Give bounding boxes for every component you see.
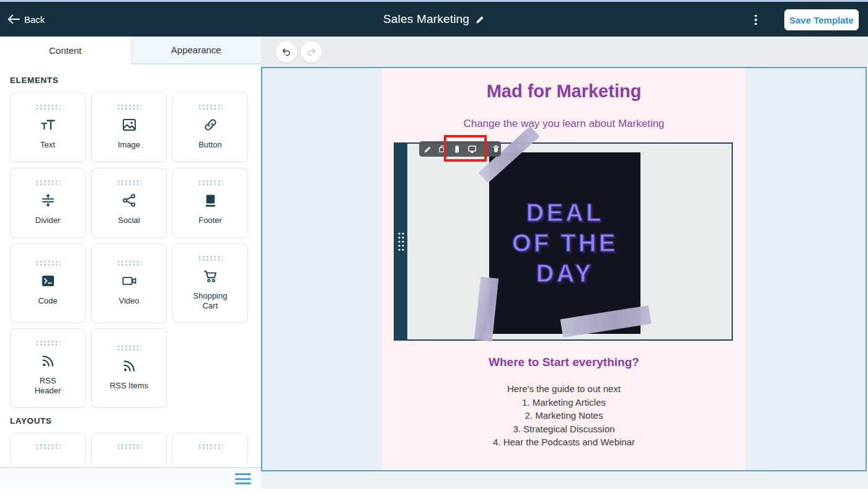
page-title: Sales Marketing <box>383 12 469 26</box>
redo-icon <box>306 46 317 58</box>
poster-text-line: DEAL <box>526 198 604 228</box>
email-body-line: Here's the guide to out next <box>382 382 746 396</box>
deal-poster-image: DEAL OF THE DAY <box>489 152 640 334</box>
drag-handle-icon[interactable] <box>397 232 405 251</box>
layout-card[interactable] <box>91 433 167 463</box>
trash-icon[interactable] <box>492 144 500 154</box>
title-wrap: Sales Marketing <box>0 2 868 37</box>
undo-icon <box>281 46 292 58</box>
save-template-button[interactable]: Save Template <box>784 9 859 30</box>
button-link-icon <box>202 116 219 133</box>
edit-pencil-icon[interactable] <box>476 15 485 24</box>
footer-icon <box>202 192 219 209</box>
selected-image-block[interactable]: DEAL OF THE DAY <box>394 142 733 341</box>
layout-card[interactable] <box>172 433 248 463</box>
rss-icon <box>40 352 56 369</box>
element-label: Footer <box>198 216 222 225</box>
elements-header: ELEMENTS <box>10 76 261 85</box>
rss-icon <box>121 357 138 374</box>
drag-dots-icon <box>117 180 141 185</box>
element-label: Social <box>118 216 140 225</box>
element-label: Button <box>198 140 222 150</box>
panel-footer-bar <box>0 467 261 489</box>
drag-dots-icon <box>198 443 223 449</box>
layouts-row-1 <box>10 433 261 463</box>
poster-text-line: OF THE <box>512 228 618 258</box>
elements-row-1: Text Image Button <box>10 92 261 162</box>
element-card-text[interactable]: Text <box>10 92 86 162</box>
app-window: Back Sales Marketing Save Template Conte… <box>0 0 868 498</box>
element-label: Divider <box>35 216 60 225</box>
shopping-cart-icon <box>202 268 219 284</box>
elements-panel: ELEMENTS Text Image Button Div <box>0 64 261 467</box>
undo-button[interactable] <box>276 42 297 63</box>
block-drag-strip[interactable] <box>395 144 407 339</box>
element-card-button[interactable]: Button <box>172 92 248 162</box>
drag-dots-icon <box>35 443 60 449</box>
divider-icon <box>40 192 56 209</box>
element-card-video[interactable]: Video <box>91 243 167 323</box>
element-card-rss-header[interactable]: RSS Header <box>10 328 86 408</box>
back-button[interactable]: Back <box>7 14 45 25</box>
element-card-rss-items[interactable]: RSS Items <box>91 328 167 408</box>
element-label: Video <box>118 296 139 306</box>
element-card-code[interactable]: Code <box>10 243 86 323</box>
history-toolbar <box>261 37 868 67</box>
redo-button[interactable] <box>301 42 322 63</box>
email-body[interactable]: Mad for Marketing Change the way you lea… <box>382 68 746 470</box>
layouts-header: LAYOUTS <box>10 416 261 426</box>
layout-card[interactable] <box>10 433 86 463</box>
drag-dots-icon <box>198 180 223 185</box>
element-label: RSS Header <box>26 376 69 396</box>
drag-dots-icon <box>35 104 60 110</box>
email-body-line: 4. Hear the Podcasts and Webinar <box>382 435 746 449</box>
email-body-text[interactable]: Here's the guide to out next 1. Marketin… <box>382 382 746 449</box>
workspace-lower-strip <box>261 471 868 489</box>
drag-dots-icon <box>117 260 141 266</box>
drag-dots-icon <box>117 443 141 449</box>
element-card-image[interactable]: Image <box>91 92 167 162</box>
drag-dots-icon <box>198 255 223 261</box>
elements-row-4: RSS Header RSS Items <box>10 328 261 408</box>
element-label: RSS Items <box>110 381 148 391</box>
kebab-menu-icon[interactable] <box>750 12 761 28</box>
back-arrow-icon <box>7 14 20 24</box>
email-canvas[interactable]: Mad for Marketing Change the way you lea… <box>261 67 867 471</box>
elements-row-3: Code Video Shopping Cart <box>10 243 261 323</box>
email-title-text[interactable]: Mad for Marketing <box>382 81 746 102</box>
back-label: Back <box>24 14 45 25</box>
drag-dots-icon <box>198 104 223 110</box>
element-card-shopping-cart[interactable]: Shopping Cart <box>172 243 248 323</box>
drag-dots-icon <box>117 345 141 351</box>
drag-dots-icon <box>35 340 60 346</box>
video-camera-icon <box>121 273 138 289</box>
edit-pencil-icon[interactable] <box>423 144 432 154</box>
panel-tabs: Content Appearance <box>0 37 261 64</box>
poster-text-line: DAY <box>536 258 594 289</box>
elements-row-2: Divider Social Footer <box>10 168 261 238</box>
drag-dots-icon <box>117 104 141 110</box>
element-label: Text <box>40 140 55 150</box>
tab-appearance[interactable]: Appearance <box>131 37 262 64</box>
image-icon <box>121 116 138 133</box>
drag-dots-icon <box>35 180 60 185</box>
preview-mode-highlight-box <box>444 135 487 162</box>
text-icon <box>40 116 56 133</box>
email-subtitle-text[interactable]: Change the way you learn about Marketing <box>382 118 746 130</box>
element-card-divider[interactable]: Divider <box>10 168 86 238</box>
hamburger-menu-icon[interactable] <box>235 473 251 484</box>
element-label: Image <box>118 140 140 150</box>
social-share-icon <box>121 192 138 209</box>
code-icon <box>40 273 56 289</box>
element-label: Code <box>38 296 57 306</box>
top-navbar: Back Sales Marketing Save Template <box>0 2 868 37</box>
email-body-line: 3. Strategical Discussion <box>382 422 746 436</box>
element-card-footer[interactable]: Footer <box>172 168 248 238</box>
element-label: Shopping Cart <box>188 291 232 312</box>
email-body-line: 1. Marketing Articles <box>382 396 746 409</box>
drag-dots-icon <box>35 260 60 266</box>
element-card-social[interactable]: Social <box>91 168 167 238</box>
tab-content[interactable]: Content <box>0 37 131 64</box>
email-section-heading[interactable]: Where to Start everything? <box>382 356 746 369</box>
email-body-line: 2. Marketing Notes <box>382 409 746 422</box>
